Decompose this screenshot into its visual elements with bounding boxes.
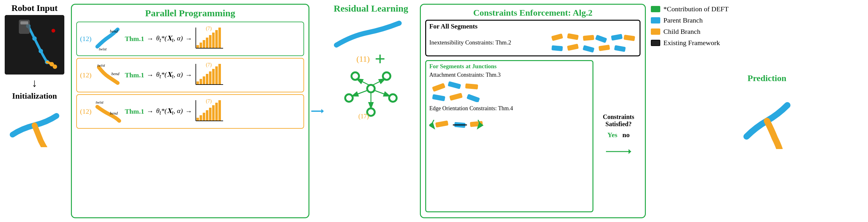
robot-input-title: Robot Input <box>11 3 57 13</box>
svg-rect-71 <box>583 35 594 41</box>
arrow-2: → <box>185 35 192 43</box>
svg-rect-33 <box>218 64 221 84</box>
prediction-section: Prediction <box>736 0 798 222</box>
thm-label-2: Thm.1 <box>125 71 144 79</box>
svg-rect-40 <box>199 115 202 121</box>
legend-item-deft: *Contribution of DEFT <box>651 5 733 13</box>
constraints-satisfied-box: Constraints Satisfied? Yes no <box>596 60 641 214</box>
eq-num-3: (12) <box>80 107 92 115</box>
svg-text:(7): (7) <box>206 99 212 104</box>
edge-orientation-visual <box>429 114 492 136</box>
svg-rect-74 <box>624 35 635 41</box>
legend-color-existing <box>651 40 660 46</box>
svg-rect-27 <box>199 79 202 84</box>
arrow-6: → <box>185 107 192 115</box>
svg-point-56 <box>384 73 390 79</box>
formula-3: θt*(𝐗t, α) <box>156 107 183 116</box>
svg-rect-72 <box>595 35 607 43</box>
eq-num-11: (11) <box>356 54 370 64</box>
parallel-programming-title: Parallel Programming <box>76 8 304 18</box>
svg-rect-45 <box>215 103 218 121</box>
svg-text:twist: twist <box>99 47 107 51</box>
arrow-parallel-residual <box>311 0 324 222</box>
svg-rect-17 <box>209 35 212 48</box>
prediction-branch-svg <box>740 86 794 149</box>
svg-rect-18 <box>212 33 215 48</box>
legend-section: *Contribution of DEFT Parent Branch Chil… <box>648 0 736 222</box>
thm-label-1: Thm.1 <box>125 35 144 43</box>
robot-input-section: Robot Input <box>0 0 69 222</box>
constraints-section: Constraints Enforcement: Alg.2 For All S… <box>420 4 646 218</box>
main-container: Robot Input <box>0 0 868 222</box>
svg-rect-84 <box>450 93 463 101</box>
svg-text:twist: twist <box>97 63 105 68</box>
legend-text-parent: Parent Branch <box>663 16 703 25</box>
legend-color-parent <box>651 17 660 24</box>
inextensibility-label: Inextensibility Constraints: Thm.2 <box>429 39 546 46</box>
attachment-label: Attachment Constraints: Thm.3 <box>429 72 589 78</box>
svg-rect-73 <box>611 34 623 41</box>
svg-rect-20 <box>218 28 221 48</box>
parallel-row-3: (12) bend twist Thm.1 → θt*(𝐗t, α) → (7) <box>76 94 304 129</box>
svg-rect-13 <box>196 45 199 48</box>
edge-orientation-label: Edge Orientation Constraints: Thm.4 <box>429 105 589 112</box>
arrow-5: → <box>147 107 153 115</box>
no-label: no <box>622 131 629 139</box>
svg-text:bend: bend <box>112 71 120 76</box>
attachment-visual <box>429 80 492 102</box>
parallel-row-1: (12) bend twist Thm.1 → θt*(𝐗t, α) → (7) <box>76 22 304 56</box>
orange-branch-shape-2: bend twist <box>94 98 122 125</box>
svg-text:bend: bend <box>110 29 118 34</box>
legend-item-child: Child Branch <box>651 28 733 36</box>
svg-text:(7): (7) <box>206 63 212 68</box>
yes-no-arrows <box>603 142 634 161</box>
svg-rect-19 <box>215 30 218 48</box>
svg-text:bend: bend <box>110 111 118 115</box>
svg-rect-41 <box>203 113 205 121</box>
arrow-4: → <box>185 71 192 79</box>
svg-rect-70 <box>567 33 579 40</box>
svg-marker-50 <box>321 109 324 113</box>
all-segments-box: For All Segments Inextensibility Constra… <box>425 20 641 57</box>
svg-rect-29 <box>206 74 208 84</box>
svg-marker-91 <box>628 149 631 154</box>
svg-rect-80 <box>432 83 445 92</box>
svg-line-65 <box>353 90 367 96</box>
svg-rect-78 <box>598 45 610 51</box>
arrow-3: → <box>147 71 153 79</box>
svg-point-62 <box>368 109 374 115</box>
svg-point-6 <box>53 65 57 69</box>
svg-point-52 <box>368 86 374 91</box>
down-arrow: ↓ <box>32 76 37 89</box>
svg-rect-76 <box>567 43 579 51</box>
parallel-programming-section: Parallel Programming (12) bend twist Thm… <box>71 4 309 218</box>
bar-chart-1: (7) <box>195 26 226 51</box>
svg-text:(17): (17) <box>359 113 369 120</box>
legend-color-deft <box>651 6 660 12</box>
legend-item-existing: Existing Framework <box>651 39 733 47</box>
graph-nodes: (17) <box>340 64 402 120</box>
svg-rect-8 <box>21 21 28 25</box>
residual-learning-section: Residual Learning (11) + <box>324 0 418 222</box>
svg-point-54 <box>352 73 358 79</box>
svg-rect-89 <box>470 121 483 127</box>
svg-rect-79 <box>614 45 626 52</box>
inextensibility-visual <box>549 32 637 53</box>
formula-2: θt*(𝐗t, α) <box>156 70 183 80</box>
svg-rect-83 <box>432 94 445 102</box>
orange-branch-shape-1: bend twist <box>94 61 122 89</box>
thm-label-3: Thm.1 <box>125 107 144 115</box>
svg-rect-43 <box>209 108 212 121</box>
constraints-title: Constraints Enforcement: Alg.2 <box>425 8 641 18</box>
svg-text:twist: twist <box>96 100 103 105</box>
blue-branch-shape-1: bend twist <box>94 25 122 53</box>
junction-edge-container: For Segments at Junctions Attachment Con… <box>425 60 641 214</box>
svg-rect-69 <box>551 34 563 41</box>
svg-line-66 <box>375 90 389 96</box>
svg-rect-28 <box>203 76 205 84</box>
legend-color-child <box>651 29 660 35</box>
svg-rect-15 <box>203 40 205 48</box>
svg-rect-75 <box>551 45 563 51</box>
svg-rect-85 <box>466 94 480 102</box>
legend-text-deft: *Contribution of DEFT <box>663 5 728 13</box>
